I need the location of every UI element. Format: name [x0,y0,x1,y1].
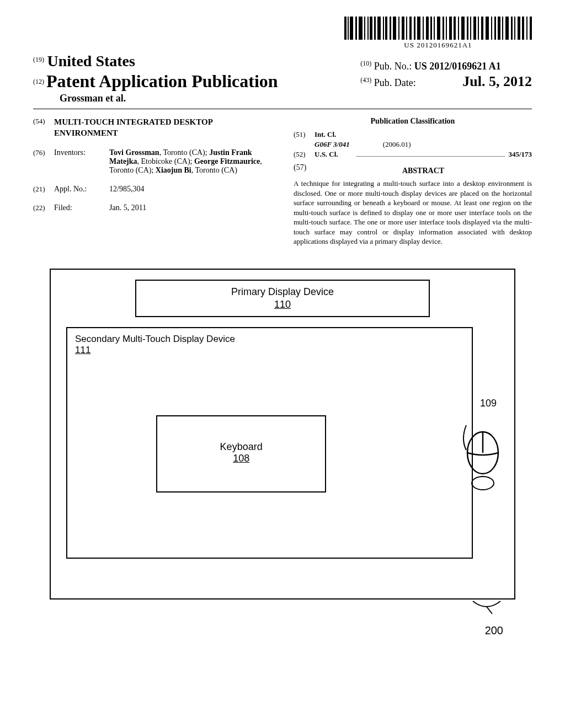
svg-rect-18 [414,17,415,40]
appl-code: (21) [33,185,54,194]
svg-rect-27 [449,17,452,40]
svg-rect-4 [359,17,363,40]
intcl-date: (2006.01) [383,140,411,149]
left-column: (54) MULTI-TOUCH INTEGRATED DESKTOP ENVI… [33,117,271,247]
figure-ref: 200 [485,624,503,637]
intcl-label: Int. Cl. [315,130,353,139]
svg-rect-17 [409,17,412,40]
svg-rect-5 [364,17,365,40]
svg-rect-32 [470,17,471,40]
svg-rect-47 [530,17,532,40]
svg-rect-7 [370,17,372,40]
mouse-area: 109 [455,420,505,499]
abstract-text: A technique for integrating a multi-touc… [294,179,532,247]
biblio-columns: (54) MULTI-TOUCH INTEGRATED DESKTOP ENVI… [33,117,532,247]
svg-rect-15 [402,17,404,40]
pub-date: Jul. 5, 2012 [462,73,532,89]
svg-rect-34 [478,17,479,40]
svg-rect-41 [505,17,509,40]
svg-rect-2 [350,17,353,40]
primary-display-box: Primary Display Device 110 [135,280,429,317]
uscl-code: (52) [294,150,315,159]
filed-code: (22) [33,204,54,212]
divider [33,109,532,109]
svg-rect-19 [417,17,420,40]
bracket-icon [470,598,503,615]
intcl-code: (51) [294,130,315,139]
barcode-region: US 20120169621A1 [33,17,532,50]
figure-outer-box: Primary Display Device 110 Secondary Mul… [50,269,515,599]
svg-rect-39 [498,17,500,40]
svg-rect-21 [426,17,429,40]
inventors-list: Tovi Grossman, Toronto (CA); Justin Fran… [109,148,271,175]
barcode-number: US 20120169621A1 [344,41,532,50]
svg-rect-13 [393,17,396,40]
uscl-label: U.S. Cl. [315,150,353,159]
pub-no-code: (10) [360,60,371,67]
svg-rect-24 [437,17,440,40]
svg-rect-28 [454,17,456,40]
figure: Primary Display Device 110 Secondary Mul… [33,269,532,599]
intcl-class: G06F 3/041 [315,140,350,149]
keyboard-box: Keyboard 108 [156,415,326,493]
svg-rect-10 [383,17,384,40]
svg-line-51 [487,607,492,614]
pub-date-code: (43) [360,76,371,84]
svg-rect-6 [367,17,369,40]
svg-rect-30 [461,17,465,40]
keyboard-ref: 108 [157,453,325,464]
svg-rect-29 [458,17,459,40]
svg-rect-25 [443,17,444,40]
svg-rect-11 [385,17,387,40]
svg-rect-14 [398,17,399,40]
svg-rect-8 [374,17,376,40]
svg-rect-46 [526,17,527,40]
svg-rect-31 [467,17,468,40]
svg-rect-22 [430,17,432,40]
secondary-display-box: Secondary Multi-Touch Display Device 111… [66,327,473,559]
abstract-header: ABSTRACT [315,167,532,175]
pub-date-label: Pub. Date: [374,77,416,88]
secondary-display-label: Secondary Multi-Touch Display Device [75,334,464,345]
keyboard-label: Keyboard [220,441,263,452]
mouse-icon [455,420,505,497]
svg-rect-16 [406,17,407,40]
doc-type: Patent Application Publication [46,71,278,91]
svg-rect-33 [473,17,476,40]
svg-rect-12 [390,17,391,40]
svg-rect-44 [518,17,520,40]
secondary-display-ref: 111 [75,345,464,356]
title-code: (54) [33,117,54,138]
svg-rect-37 [491,17,492,40]
svg-rect-40 [502,17,503,40]
country-code: (19) [33,56,44,63]
dots-leader [356,150,505,157]
doc-type-code: (12) [33,78,44,85]
abstract-code: (57) [294,163,315,179]
svg-rect-45 [522,17,524,40]
header-block: (19) United States (12) Patent Applicati… [33,52,532,104]
barcode-icon: US 20120169621A1 [344,17,532,50]
right-column: Publication Classification (51) Int. Cl.… [294,117,532,247]
svg-rect-1 [348,17,349,40]
svg-rect-20 [423,17,424,40]
svg-rect-23 [434,17,435,40]
svg-rect-43 [514,17,515,40]
inventors-code: (76) [33,148,54,175]
pub-no-label: Pub. No.: [374,61,412,72]
svg-rect-38 [494,17,496,40]
country-name: United States [47,52,135,69]
uscl-value: 345/173 [508,150,532,159]
svg-rect-3 [355,17,357,40]
svg-rect-9 [377,17,381,40]
svg-rect-36 [486,17,489,40]
mouse-ref: 109 [480,398,497,409]
primary-display-ref: 110 [142,299,423,311]
svg-rect-0 [344,17,347,40]
filed-label: Filed: [54,204,109,212]
inventors-label: Inventors: [54,148,109,175]
svg-rect-35 [481,17,483,40]
pub-no: US 2012/0169621 A1 [414,61,501,72]
filed-date: Jan. 5, 2011 [109,204,271,212]
header-right: (10) Pub. No.: US 2012/0169621 A1 (43) P… [360,60,532,91]
